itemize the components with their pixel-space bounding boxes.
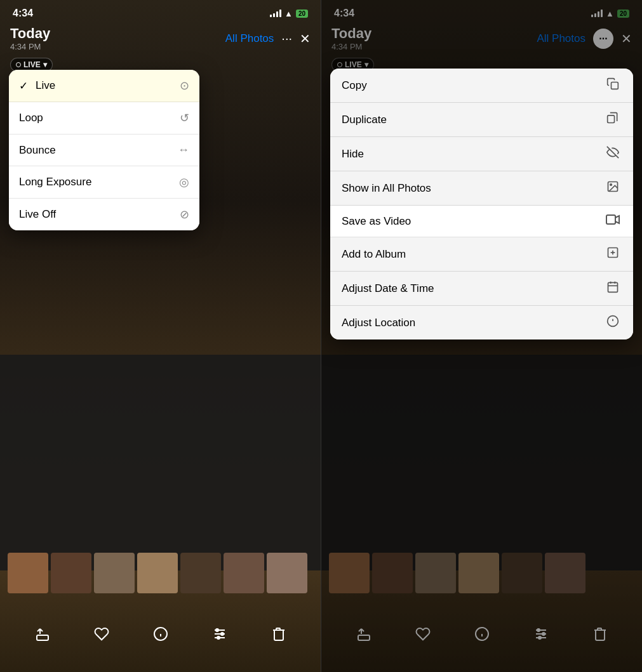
live-item-icon: ⊙ (180, 79, 189, 93)
time-left: 4:34 (13, 8, 33, 19)
right-phone-screen: 4:34 ▲ 20 Today 4:34 PM All Photos ··· ✕ (321, 0, 642, 672)
nav-subtitle-left: 4:34 PM (10, 42, 50, 51)
thumb-6[interactable] (224, 553, 264, 593)
thumbnail-strip-left (0, 550, 321, 596)
svg-point-9 (217, 636, 220, 639)
left-phone-screen: 4:34 ▲ 20 Today 4:34 PM All Photos ··· ✕ (0, 0, 321, 672)
menu-label-copy: Copy (342, 79, 367, 92)
heart-button-left[interactable] (88, 620, 116, 648)
dropdown-item-loop[interactable]: Loop ↺ (9, 102, 199, 135)
hide-icon (604, 146, 622, 162)
menu-item-copy[interactable]: Copy (330, 69, 633, 103)
menu-item-hide[interactable]: Hide (330, 137, 633, 171)
live-off-item-icon: ⊘ (180, 208, 189, 221)
dropdown-label-bounce: Bounce (19, 144, 56, 157)
adjust-button-left[interactable] (206, 620, 234, 648)
info-button-left[interactable] (147, 620, 175, 648)
signal-icon (270, 10, 281, 17)
loop-item-icon: ↺ (180, 111, 189, 125)
menu-label-save-as-video: Save as Video (342, 215, 411, 228)
adjust-date-time-icon (604, 280, 622, 296)
thumb-3[interactable] (94, 553, 135, 593)
share-button-left[interactable] (29, 620, 57, 648)
status-icons-left: ▲ 20 (270, 9, 308, 18)
dropdown-item-live[interactable]: ✓ Live ⊙ (9, 70, 199, 102)
save-as-video-icon (604, 214, 622, 228)
trash-button-left[interactable] (265, 620, 293, 648)
menu-item-show-all-photos[interactable]: Show in All Photos (330, 171, 633, 206)
more-button-left[interactable]: ··· (281, 31, 292, 46)
thumb-4[interactable] (137, 553, 178, 593)
svg-point-7 (216, 629, 218, 631)
menu-item-duplicate[interactable]: Duplicate (330, 103, 633, 137)
menu-label-adjust-location: Adjust Location (342, 317, 415, 329)
dropdown-label-long-exposure: Long Exposure (19, 176, 91, 188)
nav-title-left: Today (10, 25, 50, 42)
status-bar-left: 4:34 ▲ 20 (0, 0, 321, 22)
live-label-left: LIVE (23, 60, 41, 69)
live-chevron-left: ▾ (43, 60, 47, 69)
show-all-photos-icon (604, 180, 622, 196)
menu-item-add-to-album[interactable]: Add to Album (330, 237, 633, 272)
menu-label-duplicate: Duplicate (342, 114, 387, 126)
bottom-toolbar-left (0, 609, 321, 659)
dropdown-item-live-off[interactable]: Live Off ⊘ (9, 199, 199, 230)
dropdown-item-long-exposure[interactable]: Long Exposure ◎ (9, 166, 199, 199)
dropdown-item-bounce[interactable]: Bounce ↔ (9, 135, 199, 166)
menu-label-adjust-date-time: Adjust Date & Time (342, 282, 434, 295)
svg-rect-11 (608, 115, 615, 123)
keyboard-area (0, 355, 321, 570)
nav-right-left: All Photos ··· ✕ (225, 31, 311, 46)
dropdown-label-loop: Loop (19, 112, 43, 124)
svg-point-14 (610, 184, 612, 186)
wifi-icon: ▲ (284, 9, 293, 18)
adjust-location-icon (604, 315, 622, 331)
svg-rect-10 (612, 82, 619, 89)
nav-bar-left: Today 4:34 PM All Photos ··· ✕ (0, 22, 321, 55)
dropdown-label-live: Live (36, 79, 55, 92)
dropdown-label-live-off: Live Off (19, 208, 56, 221)
svg-rect-19 (608, 282, 618, 292)
checkmark-icon: ✓ (19, 79, 28, 93)
svg-rect-0 (37, 635, 48, 640)
thumb-5[interactable] (180, 553, 221, 593)
thumb-7[interactable] (267, 553, 307, 593)
duplicate-icon (604, 112, 622, 128)
thumb-2[interactable] (51, 553, 91, 593)
live-dot (16, 62, 21, 67)
copy-icon (604, 77, 622, 93)
add-to-album-icon (604, 246, 622, 262)
menu-label-show-all-photos: Show in All Photos (342, 182, 431, 195)
nav-title-group-left: Today 4:34 PM (10, 25, 50, 51)
thumb-1[interactable] (8, 553, 48, 593)
menu-item-adjust-date-time[interactable]: Adjust Date & Time (330, 272, 633, 306)
close-button-left[interactable]: ✕ (300, 31, 311, 46)
all-photos-button-left[interactable]: All Photos (225, 32, 274, 45)
context-menu: Copy Duplicate Hide Sho (330, 69, 633, 339)
menu-item-save-as-video[interactable]: Save as Video (330, 206, 633, 237)
live-dropdown: ✓ Live ⊙ Loop ↺ Bounce ↔ Long Exposure ◎… (9, 70, 199, 230)
svg-rect-15 (606, 215, 615, 224)
long-exposure-item-icon: ◎ (179, 175, 189, 189)
battery-left: 20 (296, 10, 308, 18)
menu-item-adjust-location[interactable]: Adjust Location (330, 306, 633, 339)
menu-label-hide: Hide (342, 148, 364, 161)
svg-point-8 (221, 633, 224, 635)
bounce-item-icon: ↔ (178, 143, 189, 157)
menu-label-add-to-album: Add to Album (342, 248, 406, 261)
